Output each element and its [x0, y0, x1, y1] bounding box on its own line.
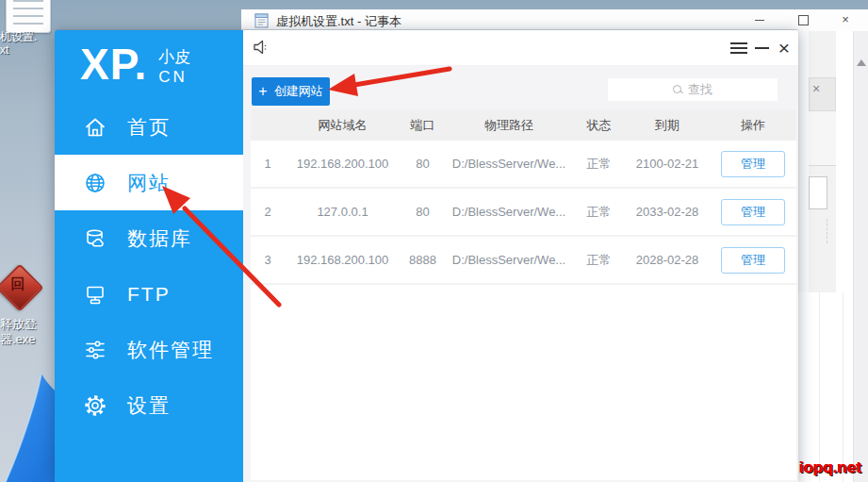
website-table: 网站域名 端口 物理路径 状态 到期 操作 1 192.168.200.100 … — [251, 109, 796, 480]
col-path: 物理路径 — [445, 117, 573, 134]
desktop-exe-icon[interactable]: 回 — [0, 268, 43, 311]
cell-expiry: 2033-02-28 — [625, 205, 710, 219]
home-icon — [83, 115, 107, 140]
cell-domain: 127.0.0.1 — [285, 205, 401, 219]
background-scrollbar[interactable] — [853, 31, 868, 482]
panel-close-button[interactable]: × — [772, 30, 796, 65]
cell-path: D:/BlessServer/We... — [445, 205, 573, 219]
sidebar-item-home[interactable]: 首页 — [55, 99, 243, 155]
cell-expiry: 2100-02-21 — [625, 157, 710, 171]
watermark: iopq.net — [799, 458, 861, 477]
database-icon — [83, 226, 107, 251]
search-placeholder: 查找 — [688, 81, 712, 98]
cell-path: D:/BlessServer/We... — [445, 253, 573, 267]
speaker-icon[interactable] — [253, 39, 271, 56]
desktop-txt-file-label: 机设置. xt — [0, 30, 37, 57]
manage-button[interactable]: 管理 — [721, 151, 785, 177]
table-header-row: 网站域名 端口 物理路径 状态 到期 操作 — [251, 109, 796, 141]
background-window-panel — [809, 111, 836, 166]
hamburger-icon — [730, 40, 747, 57]
search-icon — [673, 85, 682, 94]
sidebar: XP. 小皮 CN 首页 — [55, 30, 243, 482]
panel-content: × + 创建网站 查找 网站域名 端口 物理路径 — [243, 30, 798, 482]
sidebar-item-settings[interactable]: 设置 — [55, 377, 243, 433]
col-status: 状态 — [573, 117, 625, 134]
network-icon — [83, 282, 107, 307]
table-row: 1 192.168.200.100 80 D:/BlessServer/We..… — [251, 141, 796, 189]
table-row: 3 192.168.200.100 8888 D:/BlessServer/We… — [251, 237, 796, 285]
sidebar-item-database[interactable]: 数据库 — [55, 210, 243, 266]
sidebar-nav: 首页 网站 — [55, 99, 243, 433]
xp-logo: XP. 小皮 CN — [80, 38, 190, 91]
table-row: 2 127.0.0.1 80 D:/BlessServer/We... 正常 2… — [251, 189, 796, 237]
sidebar-item-website[interactable]: 网站 — [55, 155, 243, 210]
background-window-box — [809, 176, 827, 209]
sliders-icon — [83, 338, 107, 362]
cell-status: 正常 — [573, 204, 625, 221]
sidebar-item-software[interactable]: 软件管理 — [55, 322, 243, 377]
background-window-close-icon[interactable]: × — [809, 77, 836, 111]
manage-button[interactable]: 管理 — [721, 247, 785, 274]
notepad-minimize-button[interactable] — [746, 9, 773, 31]
panel-titlebar: × — [243, 30, 798, 66]
screen: 机设置. xt 回 释放登 器.exe 虚拟机设置.txt - 记事本 × — [0, 0, 868, 482]
background-window-divider — [827, 219, 827, 243]
notepad-icon — [254, 12, 270, 28]
manage-button[interactable]: 管理 — [721, 199, 785, 225]
cell-domain: 192.168.200.100 — [285, 157, 401, 171]
cell-domain: 192.168.200.100 — [285, 253, 401, 267]
panel-menu-button[interactable] — [727, 30, 751, 65]
xp-panel-window: XP. 小皮 CN 首页 — [55, 29, 798, 482]
panel-minimize-button[interactable] — [749, 30, 774, 65]
scrollbar-up-arrow-icon[interactable] — [857, 59, 866, 66]
notepad-close-button[interactable]: × — [832, 9, 859, 31]
notepad-window-title: 虚拟机设置.txt - 记事本 — [276, 13, 401, 30]
cell-port: 80 — [401, 205, 445, 219]
create-website-button[interactable]: + 创建网站 — [252, 77, 330, 106]
background-window-strip: × — [798, 31, 868, 482]
gear-icon — [83, 393, 107, 418]
desktop-exe-label: 释放登 器.exe — [0, 317, 37, 347]
cell-port: 8888 — [401, 253, 445, 267]
globe-icon — [83, 171, 107, 195]
cell-status: 正常 — [573, 252, 625, 269]
col-action: 操作 — [710, 117, 796, 134]
wallpaper-bloom-shape — [0, 370, 55, 482]
sidebar-item-ftp[interactable]: FTP — [55, 266, 243, 322]
plus-icon: + — [258, 84, 267, 99]
cell-expiry: 2028-02-28 — [625, 253, 710, 267]
col-domain: 网站域名 — [285, 117, 401, 134]
toolbar: + 创建网站 查找 — [243, 65, 798, 109]
desktop-txt-file-icon[interactable] — [6, 0, 51, 33]
minimize-icon — [755, 47, 769, 49]
search-input[interactable]: 查找 — [608, 78, 778, 101]
cell-status: 正常 — [573, 156, 625, 173]
close-icon: × — [778, 39, 790, 58]
cell-path: D:/BlessServer/We... — [445, 157, 573, 171]
cell-port: 80 — [401, 157, 445, 171]
notepad-maximize-button[interactable] — [790, 9, 816, 31]
col-expiry: 到期 — [625, 117, 710, 134]
col-port: 端口 — [401, 117, 445, 134]
